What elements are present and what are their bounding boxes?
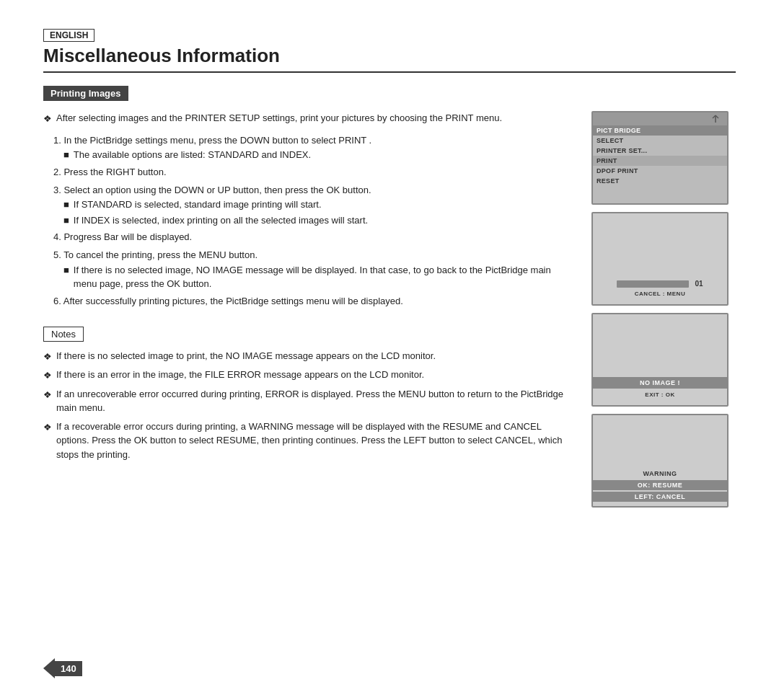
progress-number: 01 xyxy=(695,280,703,288)
note-1: ❖ If there is no selected image to print… xyxy=(43,349,567,364)
sub-bullet-icon-5: ■ xyxy=(63,263,69,291)
left-column: ❖ After selecting images and the PRINTER… xyxy=(43,111,574,508)
step-1-text: 1. In the PictBridge settings menu, pres… xyxy=(53,135,371,146)
sub-bullet-icon-3b: ■ xyxy=(63,213,69,228)
step-1: 1. In the PictBridge settings menu, pres… xyxy=(53,133,567,162)
step-2: 2. Press the RIGHT button. xyxy=(53,165,567,180)
step-1-sub: ■ The available options are listed: STAN… xyxy=(53,148,567,162)
content-area: ❖ After selecting images and the PRINTER… xyxy=(43,111,736,508)
screen1-reset: RESET xyxy=(593,176,727,186)
note-2-text: If there is an error in the image, the F… xyxy=(56,368,424,383)
right-column: PICT BRIDGE SELECT PRINTER SET... PRINT … xyxy=(591,111,736,508)
screen-progress: 01 CANCEL : MENU xyxy=(591,212,729,306)
page-title: Miscellaneous Information xyxy=(43,45,736,73)
step-4-text: 4. Progress Bar will be displayed. xyxy=(53,231,192,242)
note-3: ❖ If an unrecoverable error occurred dur… xyxy=(43,387,567,415)
progress-bar xyxy=(617,280,689,288)
step-4: 4. Progress Bar will be displayed. xyxy=(53,230,567,245)
screen1-select: SELECT xyxy=(593,136,727,146)
screen1-print: PRINT xyxy=(593,156,727,166)
step-5-text: 5. To cancel the printing, press the MEN… xyxy=(53,249,258,260)
step-3-sub-2: ■ If INDEX is selected, index printing o… xyxy=(53,213,567,228)
note-1-text: If there is no selected image to print, … xyxy=(56,349,436,364)
page-container: ENGLISH Miscellaneous Information Printi… xyxy=(0,0,779,700)
screen-pictbridge-menu: PICT BRIDGE SELECT PRINTER SET... PRINT … xyxy=(591,111,729,205)
sub-bullet-icon-3a: ■ xyxy=(63,198,69,212)
page-num-triangle xyxy=(43,658,55,678)
step-3-sub-1: ■ If STANDARD is selected, standard imag… xyxy=(53,198,567,212)
section-header: Printing Images xyxy=(43,86,128,101)
screen-no-image: NO IMAGE ! EXIT : OK xyxy=(591,313,729,407)
left-cancel-bar: LEFT: CANCEL xyxy=(593,492,727,502)
screen1-topbar xyxy=(593,112,727,125)
step-2-text: 2. Press the RIGHT button. xyxy=(53,167,167,177)
intro-text: After selecting images and the PRINTER S… xyxy=(56,111,502,126)
notes-section: ❖ If there is no selected image to print… xyxy=(43,349,567,462)
step-5-sub: ■ If there is no selected image, NO IMAG… xyxy=(53,263,567,291)
note-2: ❖ If there is an error in the image, the… xyxy=(43,368,567,383)
page-num-box: 140 xyxy=(55,661,82,676)
english-badge: ENGLISH xyxy=(43,29,94,42)
step-6: 6. After successfully printing pictures,… xyxy=(53,294,567,309)
step-6-text: 6. After successfully printing pictures,… xyxy=(53,296,403,306)
no-image-bar: NO IMAGE ! xyxy=(593,377,727,389)
step-5: 5. To cancel the printing, press the MEN… xyxy=(53,248,567,291)
sub-bullet-icon: ■ xyxy=(63,148,69,162)
ok-resume-bar: OK: RESUME xyxy=(593,480,727,490)
step-1-sub-text: The available options are listed: STANDA… xyxy=(74,148,311,162)
screen1-dpof-print: DPOF PRINT xyxy=(593,166,727,176)
note-bullet-4: ❖ xyxy=(43,420,52,462)
progress-bar-area: 01 xyxy=(593,280,727,288)
note-bullet-3: ❖ xyxy=(43,388,52,415)
step-3-sub-1-text: If STANDARD is selected, standard image … xyxy=(74,198,322,212)
step-5-sub-text: If there is no selected image, NO IMAGE … xyxy=(74,263,567,291)
antenna-icon xyxy=(710,114,721,124)
bullet-icon-1: ❖ xyxy=(43,112,52,126)
cancel-label: CANCEL : MENU xyxy=(593,291,727,297)
intro-section: ❖ After selecting images and the PRINTER… xyxy=(43,111,567,126)
exit-label: EXIT : OK xyxy=(593,391,727,398)
step-3: 3. Select an option using the DOWN or UP… xyxy=(53,183,567,228)
warning-label: WARNING xyxy=(593,470,727,477)
step-3-text: 3. Select an option using the DOWN or UP… xyxy=(53,185,371,195)
note-4: ❖ If a recoverable error occurs during p… xyxy=(43,420,567,462)
screen-warning: WARNING OK: RESUME LEFT: CANCEL xyxy=(591,414,729,508)
screen1-printer-set: PRINTER SET... xyxy=(593,146,727,156)
note-bullet-2: ❖ xyxy=(43,368,52,383)
steps-list: 1. In the PictBridge settings menu, pres… xyxy=(43,133,567,309)
screen1-pict-bridge: PICT BRIDGE xyxy=(593,125,727,136)
page-number: 140 xyxy=(43,658,82,678)
note-bullet-1: ❖ xyxy=(43,350,52,364)
note-3-text: If an unrecoverable error occurred durin… xyxy=(56,387,567,415)
intro-bullet: ❖ After selecting images and the PRINTER… xyxy=(43,111,567,126)
step-3-sub-2-text: If INDEX is selected, index printing on … xyxy=(74,213,368,228)
notes-label: Notes xyxy=(43,327,84,342)
note-4-text: If a recoverable error occurs during pri… xyxy=(56,420,567,462)
